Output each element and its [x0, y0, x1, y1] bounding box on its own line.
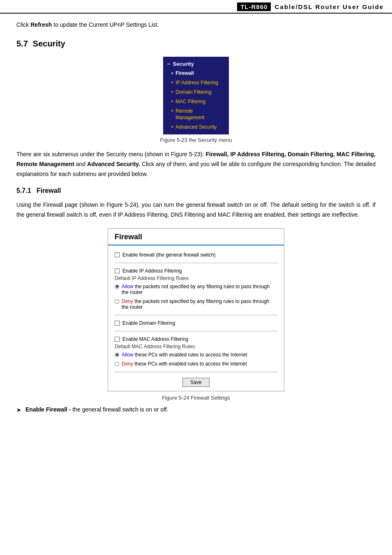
divider-3	[115, 331, 277, 331]
default-ip-rules-label: Default IP Address Filtering Rules:	[108, 275, 284, 282]
figure-523-caption: Figure 5-23 the Security menu	[160, 137, 232, 143]
bullet-arrow-1: ➤	[16, 405, 21, 414]
bullet-item-1: ➤ Enable Firewall - the general firewall…	[16, 405, 376, 414]
enable-ip-checkbox[interactable]	[115, 268, 120, 273]
subsection-title: Firewall	[37, 187, 61, 194]
ip-allow-text: Allow the packets not specified by any f…	[122, 284, 277, 295]
firewall-figure: Firewall Enable firewall (the general fi…	[16, 228, 376, 401]
mac-deny-word: Deny	[122, 361, 133, 367]
ip-deny-radio[interactable]	[115, 299, 119, 304]
bullet-text-1: Enable Firewall - the general firewall s…	[25, 405, 168, 414]
enable-domain-checkbox[interactable]	[115, 321, 120, 326]
firewall-box: Firewall Enable firewall (the general fi…	[108, 228, 284, 391]
menu-item-ip[interactable]: IP Address Filtering	[163, 78, 229, 88]
enable-ip-label: Enable IP Address Filtering	[122, 268, 182, 274]
figure-524-caption: Figure 5-24 Firewall Settings	[162, 395, 230, 401]
bullet-list: ➤ Enable Firewall - the general firewall…	[16, 405, 376, 414]
menu-item-mac[interactable]: MAC Filtering	[163, 97, 229, 106]
menu-item-remote[interactable]: RemoteManagement	[163, 106, 229, 123]
intro-after: to update the Current UPnP Settings List…	[52, 21, 159, 28]
firewall-title: Firewall	[108, 229, 284, 245]
model-label: TL-R860	[237, 2, 271, 11]
menu-item-advanced[interactable]: Advanced Security	[163, 123, 229, 132]
mac-deny-radio[interactable]	[115, 362, 119, 366]
save-button[interactable]: Save	[182, 378, 209, 387]
enable-domain-row: Enable Domain Filtering	[108, 319, 284, 328]
section-57-description: There are six submenus under the Securit…	[16, 150, 376, 179]
enable-firewall-label: Enable firewall (the general firewall sw…	[122, 252, 216, 258]
divider-1	[115, 263, 277, 263]
intro-paragraph: Click Refresh to update the Current UPnP…	[16, 20, 376, 29]
enable-domain-label: Enable Domain Filtering	[122, 320, 175, 326]
mac-allow-radio[interactable]	[115, 353, 119, 357]
mac-allow-rest: these PCs with enabled rules to access t…	[134, 352, 247, 358]
divider-4	[115, 372, 277, 372]
mac-deny-row: Deny these PCs with enabled rules to acc…	[108, 359, 284, 368]
desc-and: and	[74, 161, 87, 167]
enable-mac-row: Enable MAC Address Filtering	[108, 335, 284, 344]
guide-title: Cable/DSL Router User Guide	[275, 3, 384, 10]
section-number: 5.7	[16, 39, 28, 48]
subsection-number: 5.7.1	[16, 187, 37, 194]
ip-deny-text: Deny the packets not specified by any fi…	[122, 298, 277, 310]
ip-deny-word: Deny	[122, 298, 133, 304]
intro-before: Click	[16, 21, 30, 28]
bullet-rest-1: the general firewall switch is on or off…	[71, 406, 168, 413]
page-header: TL-R860 Cable/DSL Router User Guide	[0, 0, 392, 14]
section-57-heading: 5.7Security	[16, 39, 376, 49]
ip-deny-rest: the packets not specified by any filteri…	[122, 298, 270, 310]
subsection-571-description: Using the Firewall page (shown in Figure…	[16, 200, 376, 220]
save-row: Save	[108, 375, 284, 387]
ip-allow-word: Allow	[122, 284, 134, 289]
enable-firewall-row: Enable firewall (the general firewall sw…	[108, 250, 284, 259]
divider-2	[115, 315, 277, 315]
ip-allow-rest: the packets not specified by any filteri…	[122, 284, 270, 295]
mac-deny-text: Deny these PCs with enabled rules to acc…	[122, 361, 247, 367]
subsection-571-heading: 5.7.1 Firewall	[16, 187, 376, 194]
ip-deny-row: Deny the packets not specified by any fi…	[108, 297, 284, 312]
mac-allow-text: Allow these PCs with enabled rules to ac…	[122, 352, 247, 358]
ip-allow-radio[interactable]	[115, 284, 119, 289]
mac-allow-word: Allow	[122, 352, 134, 358]
enable-ip-row: Enable IP Address Filtering	[108, 266, 284, 275]
menu-title: Security	[163, 59, 229, 69]
security-menu-figure: Security Firewall IP Address Filtering D…	[16, 57, 376, 143]
ip-allow-row: Allow the packets not specified by any f…	[108, 282, 284, 297]
bullet-bold-1: Enable Firewall -	[25, 406, 71, 413]
enable-mac-label: Enable MAC Address Filtering	[122, 336, 188, 342]
desc-before: There are six submenus under the Securit…	[16, 151, 205, 157]
menu-item-domain[interactable]: Domain Filtering	[163, 88, 229, 97]
default-mac-rules-label: Default MAC Address Filtering Rules:	[108, 344, 284, 350]
section-title: Security	[33, 39, 65, 48]
mac-allow-row: Allow these PCs with enabled rules to ac…	[108, 350, 284, 359]
desc-advanced: Advanced Security.	[87, 161, 140, 167]
main-content: Click Refresh to update the Current UPnP…	[0, 20, 392, 433]
enable-mac-checkbox[interactable]	[115, 337, 120, 342]
security-menu-box: Security Firewall IP Address Filtering D…	[163, 57, 229, 134]
enable-firewall-checkbox[interactable]	[115, 252, 120, 257]
intro-bold: Refresh	[30, 21, 52, 28]
mac-deny-rest: these PCs with enabled rules to access t…	[133, 361, 247, 367]
menu-item-firewall[interactable]: Firewall	[163, 69, 229, 78]
